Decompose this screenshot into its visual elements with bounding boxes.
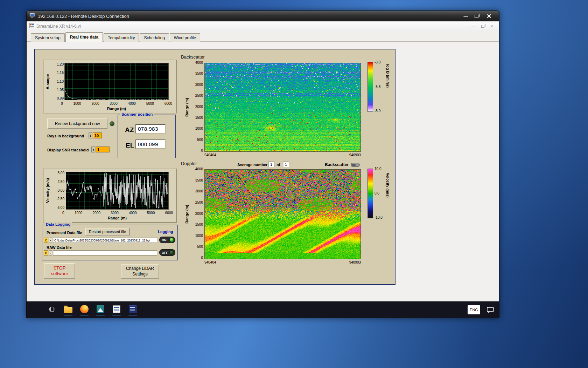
xtick-label: 940903: [349, 260, 361, 264]
colorbar-tick: -10.0: [374, 216, 383, 219]
xtick-label: 940903: [349, 153, 361, 157]
photos-app-button[interactable]: [95, 305, 106, 315]
processed-path-browse-icon[interactable]: ▸: [49, 238, 52, 243]
app-titlebar[interactable]: StreamLine XR v14-6.vi — ×: [27, 21, 499, 31]
file-explorer-button[interactable]: [63, 305, 74, 315]
scan-scheduler-button[interactable]: [111, 305, 122, 315]
app-window-title: StreamLine XR v14-6.vi: [36, 24, 469, 29]
xtick-label: 1000: [75, 211, 82, 215]
ytick-label: 2500: [195, 200, 203, 204]
backscatter-y-ticks: 4000 3500 3000 2500 2000 1500 1000 500 0: [190, 61, 203, 152]
backscatter-colorbar-label: log B (/m /sr): [386, 64, 390, 88]
terminal-app-button[interactable]: [127, 305, 138, 315]
xtick-label: 940404: [204, 153, 216, 157]
rdc-close-button[interactable]: ✕: [482, 12, 496, 20]
off-label: OFF: [162, 251, 168, 254]
spinner-down-icon: ▼: [92, 150, 94, 151]
ytick-label: 5.00: [58, 171, 64, 175]
stop-software-button[interactable]: STOP software: [44, 263, 75, 279]
tab-temp-humidity[interactable]: Temp/humidity: [104, 33, 139, 42]
velocity-canvas: [66, 172, 168, 209]
remote-screen: StreamLine XR v14-6.vi — × System setup …: [27, 21, 499, 318]
stop-button-line2: software: [51, 271, 68, 277]
scan-scheduler-icon: [112, 305, 121, 314]
rdc-window-title: 192.168.0.122 - Remote Desktop Connectio…: [38, 14, 461, 19]
ytick-label: 500: [197, 138, 203, 142]
ytick-label: 1000: [195, 234, 203, 238]
velocity-plot-area: [66, 172, 169, 210]
app-restore-button[interactable]: [478, 23, 487, 30]
xtick-label: 940404: [204, 260, 216, 264]
raw-data-file-path[interactable]: [53, 250, 157, 255]
doppler-heatmap: [204, 169, 361, 259]
restart-processed-file-button[interactable]: Restart processed file: [85, 228, 130, 236]
data-logging-box: Data Logging Processed Data file Restart…: [42, 225, 178, 260]
raw-path-browse-icon[interactable]: ▸: [49, 250, 52, 255]
average-number-field[interactable]: 1: [268, 162, 274, 167]
ytick-label: 4000: [195, 167, 203, 171]
doppler-colorbar-ticks: 10.0 0.0 -10.0: [374, 167, 383, 219]
xtick-label: 5000: [147, 211, 155, 215]
tab-system-setup[interactable]: System setup: [31, 33, 65, 42]
snr-value-field[interactable]: 1: [96, 146, 110, 152]
ytick-label: 1.15: [57, 71, 64, 75]
spinner-down-icon: ▼: [90, 136, 91, 137]
language-indicator[interactable]: ENG: [468, 305, 480, 314]
tab-real-time-data[interactable]: Real time data: [65, 32, 103, 42]
backscatter-display-toggle[interactable]: [351, 163, 360, 167]
processed-path-type-icon: C: [44, 238, 48, 243]
backscatter-title: Backscatter: [181, 54, 205, 60]
change-lidar-settings-button[interactable]: Change LiDAR Settings: [121, 264, 159, 279]
backscatter-x-ticks: 940404 940903: [204, 153, 361, 157]
of-label: of: [276, 163, 280, 167]
renew-background-button[interactable]: Renew background now: [47, 118, 107, 129]
rdc-minimize-button[interactable]: —: [461, 12, 471, 20]
colorbar-tick: -8.0: [374, 109, 380, 113]
terminal-app-icon: [128, 305, 137, 314]
task-view-button[interactable]: [47, 305, 57, 315]
ytick-label: 4000: [195, 61, 203, 64]
backscatter-colorbar: [368, 62, 373, 112]
app-minimize-button[interactable]: —: [469, 23, 478, 30]
chat-bubble-icon: [486, 306, 494, 313]
photos-icon: [96, 305, 105, 314]
velocity-y-ticks: 5.00 2.50 0.00 -2.50 -5.00: [51, 171, 64, 210]
rdc-maximize-button[interactable]: [471, 12, 482, 20]
ytick-label: 1500: [195, 223, 203, 226]
colorbar-tick: -5.5: [374, 85, 380, 89]
xtick-label: 5000: [146, 102, 154, 105]
average-total-field[interactable]: 1: [283, 162, 289, 167]
task-view-icon: [48, 305, 57, 314]
logging-label: Logging: [158, 230, 173, 234]
tab-wind-profile[interactable]: Wind profile: [170, 33, 200, 42]
raw-logging-toggle[interactable]: OFF: [159, 249, 175, 256]
ascope-plot-area: [64, 63, 169, 100]
ytick-label: -2.50: [56, 197, 64, 201]
backscatter-y-axis-label: Range (m): [185, 63, 189, 152]
rdc-titlebar[interactable]: 192.168.0.122 - Remote Desktop Connectio…: [27, 11, 499, 21]
desktop-background: 192.168.0.122 - Remote Desktop Connectio…: [0, 0, 588, 368]
az-value-display: 078.983: [135, 124, 166, 134]
scanner-position-box: Scanner position AZ 078.983 EL 000.099: [118, 115, 176, 158]
on-label: ON: [162, 238, 167, 242]
ytick-label: 1000: [195, 127, 203, 130]
app-close-button[interactable]: ×: [487, 23, 496, 30]
average-number-label: Average number: [237, 163, 267, 167]
notification-button[interactable]: [486, 306, 494, 315]
doppler-colorbar: [368, 169, 373, 218]
firefox-button[interactable]: [79, 305, 90, 315]
ascope-canvas: [65, 63, 168, 100]
ytick-label: 1.20: [57, 62, 64, 66]
doppler-canvas: [205, 170, 360, 259]
ytick-label: 2000: [195, 212, 203, 216]
processed-logging-toggle[interactable]: ON: [159, 237, 175, 243]
tab-scheduling[interactable]: Scheduling: [140, 33, 169, 42]
processed-data-file-path[interactable]: C:\Lidar\Data\Proc\2023\202309\20230912\…: [53, 238, 157, 243]
ytick-label: -5.00: [56, 206, 64, 210]
background-led: [110, 121, 114, 126]
ytick-label: 0.99: [57, 96, 64, 100]
rays-value-field[interactable]: 10: [93, 132, 102, 138]
rays-spinner[interactable]: ▲▼: [89, 132, 92, 138]
el-label: EL: [126, 142, 134, 149]
snr-spinner[interactable]: ▲▼: [91, 146, 95, 152]
